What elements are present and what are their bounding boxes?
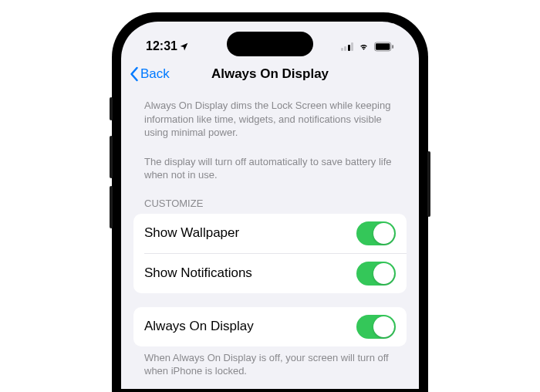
content: Always On Display dims the Lock Screen w… [121, 91, 419, 383]
svg-rect-2 [392, 45, 393, 49]
back-button[interactable]: Back [129, 66, 170, 82]
screen: 12:31 Back Always On Display Always On D… [121, 22, 419, 389]
back-label: Back [140, 66, 170, 82]
svg-rect-1 [376, 43, 390, 49]
aod-group: Always On Display [133, 307, 407, 346]
show-notifications-toggle[interactable] [356, 262, 396, 286]
show-notifications-label: Show Notifications [144, 265, 252, 281]
cellular-icon [341, 42, 354, 51]
aod-footer: When Always On Display is off, your scre… [133, 346, 407, 383]
nav-header: Back Always On Display [121, 60, 419, 91]
status-indicators [341, 42, 395, 52]
dynamic-island [227, 32, 313, 56]
volume-up-button [110, 136, 113, 178]
customize-group: Show Wallpaper Show Notifications [133, 214, 407, 293]
volume-down-button [110, 186, 113, 228]
customize-header: CUSTOMIZE [133, 190, 407, 214]
description-text-2: The display will turn off automatically … [133, 147, 407, 190]
status-time: 12:31 [146, 39, 189, 53]
show-wallpaper-label: Show Wallpaper [144, 225, 239, 241]
page-title: Always On Display [211, 66, 329, 82]
show-notifications-row: Show Notifications [144, 253, 407, 293]
chevron-left-icon [129, 66, 139, 82]
side-button [110, 97, 113, 120]
power-button [427, 151, 430, 217]
location-icon [179, 42, 189, 52]
battery-icon [374, 42, 394, 52]
always-on-display-toggle[interactable] [356, 315, 396, 339]
always-on-display-row: Always On Display [133, 307, 407, 346]
time-label: 12:31 [146, 39, 177, 53]
show-wallpaper-row: Show Wallpaper [133, 214, 407, 253]
wifi-icon [357, 42, 370, 52]
description-text-1: Always On Display dims the Lock Screen w… [133, 91, 407, 147]
show-wallpaper-toggle[interactable] [356, 221, 396, 245]
always-on-display-label: Always On Display [144, 319, 254, 334]
phone-frame: 12:31 Back Always On Display Always On D… [112, 12, 428, 392]
